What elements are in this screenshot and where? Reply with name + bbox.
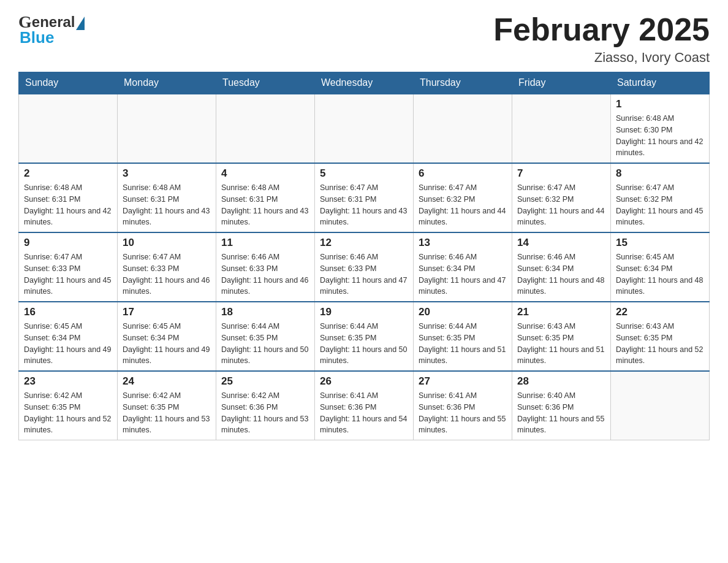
day-info: Sunrise: 6:46 AM Sunset: 6:33 PM Dayligh… <box>221 251 309 297</box>
day-number: 20 <box>419 306 507 318</box>
logo-triangle-icon <box>76 17 85 30</box>
header-tuesday: Tuesday <box>216 72 315 94</box>
day-number: 23 <box>24 375 112 388</box>
header-sunday: Sunday <box>19 72 118 94</box>
month-title: February 2025 <box>493 12 710 47</box>
calendar-cell: 17Sunrise: 6:45 AM Sunset: 6:34 PM Dayli… <box>118 302 216 371</box>
day-info: Sunrise: 6:45 AM Sunset: 6:34 PM Dayligh… <box>616 251 704 297</box>
day-number: 4 <box>221 167 309 180</box>
day-number: 17 <box>123 306 211 318</box>
day-number: 27 <box>419 375 507 388</box>
week-row-4: 23Sunrise: 6:42 AM Sunset: 6:35 PM Dayli… <box>19 371 710 440</box>
week-row-2: 9Sunrise: 6:47 AM Sunset: 6:33 PM Daylig… <box>19 232 710 302</box>
calendar-cell: 12Sunrise: 6:46 AM Sunset: 6:33 PM Dayli… <box>315 232 414 302</box>
day-info: Sunrise: 6:47 AM Sunset: 6:32 PM Dayligh… <box>616 182 704 228</box>
calendar-cell: 8Sunrise: 6:47 AM Sunset: 6:32 PM Daylig… <box>611 163 710 232</box>
day-number: 10 <box>123 237 211 249</box>
day-number: 2 <box>24 167 112 180</box>
header-friday: Friday <box>512 72 611 94</box>
day-number: 5 <box>320 167 408 180</box>
day-info: Sunrise: 6:46 AM Sunset: 6:34 PM Dayligh… <box>419 251 507 297</box>
day-number: 16 <box>24 306 112 318</box>
calendar-cell: 5Sunrise: 6:47 AM Sunset: 6:31 PM Daylig… <box>315 163 414 232</box>
day-info: Sunrise: 6:44 AM Sunset: 6:35 PM Dayligh… <box>419 321 507 367</box>
day-info: Sunrise: 6:48 AM Sunset: 6:31 PM Dayligh… <box>123 182 211 228</box>
day-number: 14 <box>517 237 605 249</box>
day-info: Sunrise: 6:41 AM Sunset: 6:36 PM Dayligh… <box>419 390 507 436</box>
day-number: 11 <box>221 237 309 249</box>
day-info: Sunrise: 6:47 AM Sunset: 6:33 PM Dayligh… <box>123 251 211 297</box>
header-monday: Monday <box>118 72 216 94</box>
day-info: Sunrise: 6:44 AM Sunset: 6:35 PM Dayligh… <box>221 321 309 367</box>
calendar-cell <box>118 94 216 163</box>
calendar-cell: 21Sunrise: 6:43 AM Sunset: 6:35 PM Dayli… <box>512 302 611 371</box>
calendar-cell: 3Sunrise: 6:48 AM Sunset: 6:31 PM Daylig… <box>118 163 216 232</box>
day-info: Sunrise: 6:47 AM Sunset: 6:32 PM Dayligh… <box>419 182 507 228</box>
week-row-3: 16Sunrise: 6:45 AM Sunset: 6:34 PM Dayli… <box>19 302 710 371</box>
calendar-cell <box>315 94 414 163</box>
calendar-cell: 10Sunrise: 6:47 AM Sunset: 6:33 PM Dayli… <box>118 232 216 302</box>
day-number: 8 <box>616 167 704 180</box>
title-block: February 2025 Ziasso, Ivory Coast <box>493 12 710 66</box>
header-thursday: Thursday <box>414 72 512 94</box>
day-info: Sunrise: 6:47 AM Sunset: 6:32 PM Dayligh… <box>517 182 605 228</box>
day-number: 25 <box>221 375 309 388</box>
calendar-table: Sunday Monday Tuesday Wednesday Thursday… <box>18 72 710 440</box>
day-number: 24 <box>123 375 211 388</box>
calendar-cell: 24Sunrise: 6:42 AM Sunset: 6:35 PM Dayli… <box>118 371 216 440</box>
day-info: Sunrise: 6:40 AM Sunset: 6:36 PM Dayligh… <box>517 390 605 436</box>
week-row-0: 1Sunrise: 6:48 AM Sunset: 6:30 PM Daylig… <box>19 94 710 163</box>
logo-blue-text: Blue <box>20 28 85 47</box>
days-header-row: Sunday Monday Tuesday Wednesday Thursday… <box>19 72 710 94</box>
day-info: Sunrise: 6:43 AM Sunset: 6:35 PM Dayligh… <box>616 321 704 367</box>
day-number: 3 <box>123 167 211 180</box>
day-number: 15 <box>616 237 704 249</box>
calendar-cell: 25Sunrise: 6:42 AM Sunset: 6:36 PM Dayli… <box>216 371 315 440</box>
day-info: Sunrise: 6:45 AM Sunset: 6:34 PM Dayligh… <box>24 321 112 367</box>
header-wednesday: Wednesday <box>315 72 414 94</box>
day-number: 7 <box>517 167 605 180</box>
calendar-cell: 6Sunrise: 6:47 AM Sunset: 6:32 PM Daylig… <box>414 163 512 232</box>
calendar-cell <box>611 371 710 440</box>
header-saturday: Saturday <box>611 72 710 94</box>
calendar-cell: 2Sunrise: 6:48 AM Sunset: 6:31 PM Daylig… <box>19 163 118 232</box>
calendar-cell: 1Sunrise: 6:48 AM Sunset: 6:30 PM Daylig… <box>611 94 710 163</box>
calendar-cell <box>216 94 315 163</box>
calendar-cell: 19Sunrise: 6:44 AM Sunset: 6:35 PM Dayli… <box>315 302 414 371</box>
week-row-1: 2Sunrise: 6:48 AM Sunset: 6:31 PM Daylig… <box>19 163 710 232</box>
calendar-cell: 14Sunrise: 6:46 AM Sunset: 6:34 PM Dayli… <box>512 232 611 302</box>
day-number: 21 <box>517 306 605 318</box>
location-text: Ziasso, Ivory Coast <box>493 50 710 66</box>
calendar-cell: 11Sunrise: 6:46 AM Sunset: 6:33 PM Dayli… <box>216 232 315 302</box>
day-number: 19 <box>320 306 408 318</box>
calendar-cell: 22Sunrise: 6:43 AM Sunset: 6:35 PM Dayli… <box>611 302 710 371</box>
calendar-cell: 28Sunrise: 6:40 AM Sunset: 6:36 PM Dayli… <box>512 371 611 440</box>
day-number: 9 <box>24 237 112 249</box>
day-info: Sunrise: 6:42 AM Sunset: 6:35 PM Dayligh… <box>123 390 211 436</box>
day-info: Sunrise: 6:42 AM Sunset: 6:36 PM Dayligh… <box>221 390 309 436</box>
day-number: 28 <box>517 375 605 388</box>
day-number: 6 <box>419 167 507 180</box>
day-info: Sunrise: 6:48 AM Sunset: 6:31 PM Dayligh… <box>221 182 309 228</box>
calendar-cell: 13Sunrise: 6:46 AM Sunset: 6:34 PM Dayli… <box>414 232 512 302</box>
day-info: Sunrise: 6:45 AM Sunset: 6:34 PM Dayligh… <box>123 321 211 367</box>
day-number: 13 <box>419 237 507 249</box>
logo: G eneral Blue <box>18 12 85 47</box>
calendar-cell: 16Sunrise: 6:45 AM Sunset: 6:34 PM Dayli… <box>19 302 118 371</box>
day-info: Sunrise: 6:48 AM Sunset: 6:30 PM Dayligh… <box>616 113 704 159</box>
day-info: Sunrise: 6:47 AM Sunset: 6:33 PM Dayligh… <box>24 251 112 297</box>
day-info: Sunrise: 6:42 AM Sunset: 6:35 PM Dayligh… <box>24 390 112 436</box>
day-info: Sunrise: 6:41 AM Sunset: 6:36 PM Dayligh… <box>320 390 408 436</box>
day-info: Sunrise: 6:46 AM Sunset: 6:34 PM Dayligh… <box>517 251 605 297</box>
day-info: Sunrise: 6:43 AM Sunset: 6:35 PM Dayligh… <box>517 321 605 367</box>
calendar-cell: 7Sunrise: 6:47 AM Sunset: 6:32 PM Daylig… <box>512 163 611 232</box>
day-number: 22 <box>616 306 704 318</box>
calendar-cell: 15Sunrise: 6:45 AM Sunset: 6:34 PM Dayli… <box>611 232 710 302</box>
day-info: Sunrise: 6:46 AM Sunset: 6:33 PM Dayligh… <box>320 251 408 297</box>
calendar-cell <box>19 94 118 163</box>
calendar-cell: 9Sunrise: 6:47 AM Sunset: 6:33 PM Daylig… <box>19 232 118 302</box>
day-number: 26 <box>320 375 408 388</box>
day-number: 18 <box>221 306 309 318</box>
calendar-cell: 18Sunrise: 6:44 AM Sunset: 6:35 PM Dayli… <box>216 302 315 371</box>
calendar-cell: 4Sunrise: 6:48 AM Sunset: 6:31 PM Daylig… <box>216 163 315 232</box>
